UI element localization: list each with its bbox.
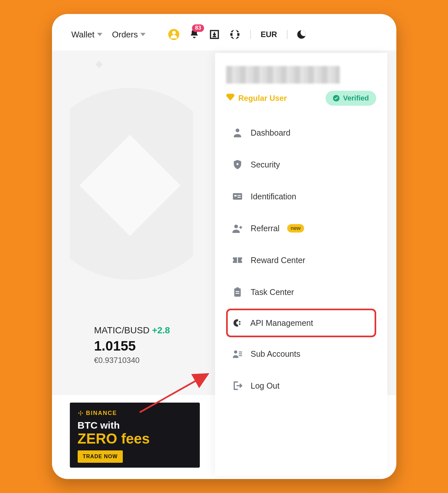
app-card: Wallet Orders 83 EUR	[52, 14, 396, 479]
menu-task-center[interactable]: Task Center	[226, 277, 376, 307]
menu-label: Identification	[251, 192, 296, 201]
clipboard-icon	[232, 286, 243, 298]
menu-label: Dashboard	[251, 128, 290, 138]
menu-label: Security	[251, 160, 280, 169]
menu-label: Referral	[251, 224, 280, 233]
tier-label: Regular User	[238, 94, 287, 103]
svg-rect-18	[239, 353, 242, 354]
api-icon	[232, 317, 243, 328]
top-nav: Wallet Orders 83 EUR	[52, 14, 396, 50]
notifications-button[interactable]: 83	[189, 28, 199, 41]
person-icon	[232, 127, 243, 138]
svg-rect-19	[239, 355, 242, 356]
svg-point-3	[236, 163, 238, 165]
verified-label: Verified	[343, 94, 369, 102]
account-dropdown: Regular User Verified Dashboard Security	[215, 53, 387, 476]
svg-rect-4	[233, 193, 242, 200]
menu-dashboard[interactable]: Dashboard	[226, 117, 376, 148]
check-circle-icon	[333, 95, 340, 102]
promo-cta-button[interactable]: TRADE NOW	[78, 450, 123, 463]
shield-icon	[232, 159, 243, 170]
menu-label: Reward Center	[251, 256, 305, 265]
download-icon[interactable]	[209, 29, 220, 40]
price-ticker: MATIC/BUSD +2.8 1.0155 €0.93710340	[94, 325, 170, 365]
menu-label: API Management	[250, 318, 313, 328]
svg-rect-11	[236, 287, 239, 289]
menu-sub-accounts[interactable]: Sub Accounts	[226, 339, 376, 369]
svg-rect-7	[237, 197, 241, 198]
brand-logo: BINANCE	[78, 410, 192, 417]
menu-security[interactable]: Security	[226, 149, 376, 180]
users-list-icon	[232, 348, 243, 359]
chevron-down-icon	[140, 33, 146, 36]
hero-graphic	[70, 59, 193, 341]
wallet-menu[interactable]: Wallet	[71, 30, 102, 40]
svg-rect-17	[239, 352, 242, 353]
promo-line2: ZERO fees	[78, 432, 192, 446]
username-redacted	[226, 66, 340, 84]
chevron-down-icon	[97, 33, 102, 36]
pair-label: MATIC/BUSD	[94, 325, 150, 335]
svg-rect-15	[239, 323, 240, 325]
account-menu: Dashboard Security Identification Referr…	[226, 117, 376, 401]
menu-label: Sub Accounts	[251, 349, 301, 359]
orders-menu[interactable]: Orders	[112, 30, 146, 40]
account-status-row: Regular User Verified	[226, 91, 376, 106]
svg-rect-10	[234, 288, 241, 297]
menu-label: Task Center	[251, 287, 294, 297]
price-value: 1.0155	[94, 338, 170, 354]
svg-rect-9	[237, 258, 238, 263]
svg-point-2	[236, 128, 239, 132]
menu-reward-center[interactable]: Reward Center	[226, 245, 376, 275]
menu-api-management[interactable]: API Management	[226, 309, 376, 337]
user-tier: Regular User	[226, 94, 287, 103]
verified-badge: Verified	[326, 91, 376, 106]
promo-line1: BTC with	[78, 420, 192, 431]
menu-identification[interactable]: Identification	[226, 181, 376, 212]
menu-log-out[interactable]: Log Out	[226, 370, 376, 401]
svg-rect-14	[239, 321, 240, 322]
diamond-icon	[226, 94, 235, 103]
brand-name: BINANCE	[86, 410, 117, 417]
svg-point-16	[234, 350, 237, 353]
svg-rect-12	[236, 291, 239, 292]
menu-label: Log Out	[251, 381, 280, 391]
wallet-label: Wallet	[71, 30, 95, 40]
profile-icon[interactable]	[168, 29, 179, 40]
currency-selector[interactable]: EUR	[261, 30, 277, 39]
svg-rect-5	[234, 195, 237, 196]
price-fiat: €0.93710340	[94, 356, 170, 365]
person-plus-icon	[232, 223, 243, 234]
id-card-icon	[232, 191, 243, 202]
orders-label: Orders	[112, 30, 138, 40]
divider	[287, 30, 288, 39]
globe-icon[interactable]	[229, 29, 240, 40]
logout-icon	[232, 380, 243, 391]
svg-rect-6	[237, 195, 241, 196]
new-badge: new	[287, 224, 304, 233]
menu-referral[interactable]: Referral new	[226, 213, 376, 244]
ticket-icon	[232, 255, 243, 266]
divider	[250, 30, 251, 39]
svg-point-8	[234, 225, 238, 228]
notification-badge: 83	[192, 24, 204, 32]
dark-mode-toggle[interactable]	[297, 30, 306, 39]
svg-rect-13	[236, 293, 239, 294]
promo-banner[interactable]: BINANCE BTC with ZERO fees TRADE NOW	[70, 403, 200, 468]
price-change: +2.8	[152, 325, 170, 335]
